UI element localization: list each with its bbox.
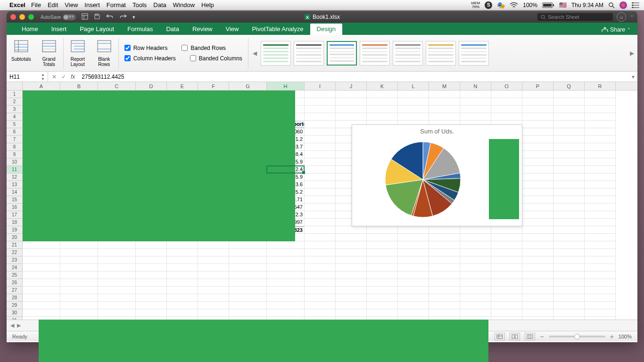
row-header-31[interactable]: 31 bbox=[7, 317, 23, 320]
cell-O3[interactable] bbox=[491, 106, 522, 113]
cell-M3[interactable] bbox=[429, 106, 460, 113]
row-header-2[interactable]: 2 bbox=[7, 98, 23, 106]
cell-H23[interactable] bbox=[267, 256, 305, 264]
cell-K2[interactable] bbox=[367, 98, 398, 106]
menu-window[interactable]: Window bbox=[173, 1, 195, 8]
cell-I1[interactable] bbox=[305, 90, 336, 98]
cell-I8[interactable] bbox=[305, 143, 336, 151]
row-header-9[interactable]: 9 bbox=[7, 151, 23, 158]
cell-Q24[interactable] bbox=[553, 264, 585, 272]
row-header-14[interactable]: 14 bbox=[7, 189, 23, 196]
cell-Q27[interactable] bbox=[553, 287, 585, 294]
menu-help[interactable]: Help bbox=[201, 1, 214, 8]
cell-I14[interactable] bbox=[305, 189, 336, 196]
cell-B24[interactable] bbox=[60, 264, 98, 272]
cell-C30[interactable] bbox=[98, 309, 136, 317]
cell-Q8[interactable] bbox=[553, 143, 585, 151]
cell-C25[interactable] bbox=[98, 272, 136, 279]
cell-E22[interactable] bbox=[167, 249, 198, 256]
cell-N27[interactable] bbox=[460, 287, 491, 294]
cell-P13[interactable] bbox=[522, 181, 553, 189]
cell-O28[interactable] bbox=[491, 294, 522, 302]
row-header-3[interactable]: 3 bbox=[7, 106, 23, 113]
siri-icon[interactable] bbox=[619, 1, 627, 9]
cell-P23[interactable] bbox=[522, 256, 553, 264]
col-header-I[interactable]: I bbox=[305, 82, 336, 90]
cell-K20[interactable] bbox=[367, 234, 398, 241]
cell-R13[interactable] bbox=[585, 181, 616, 189]
cell-J4[interactable] bbox=[336, 113, 367, 121]
cell-Q12[interactable] bbox=[553, 173, 585, 181]
cell-M2[interactable] bbox=[429, 98, 460, 106]
cell-N20[interactable] bbox=[460, 234, 491, 241]
cell-R30[interactable] bbox=[585, 309, 616, 317]
cell-R29[interactable] bbox=[585, 302, 616, 309]
zoom-in-button[interactable]: + bbox=[610, 333, 614, 340]
cell-K21[interactable] bbox=[367, 241, 398, 249]
row-header-30[interactable]: 30 bbox=[7, 309, 23, 317]
cell-O2[interactable] bbox=[491, 98, 522, 106]
cell-G26[interactable] bbox=[229, 279, 267, 287]
cell-P14[interactable] bbox=[522, 189, 553, 196]
cell-D28[interactable] bbox=[136, 294, 167, 302]
cell-J19[interactable] bbox=[336, 226, 367, 234]
cell-H28[interactable] bbox=[267, 294, 305, 302]
col-header-R[interactable]: R bbox=[585, 82, 616, 90]
cell-P25[interactable] bbox=[522, 272, 553, 279]
cell-M23[interactable] bbox=[429, 256, 460, 264]
cell-I6[interactable] bbox=[305, 128, 336, 136]
cell-J26[interactable] bbox=[336, 279, 367, 287]
cell-Q1[interactable] bbox=[553, 90, 585, 98]
cell-G27[interactable] bbox=[229, 287, 267, 294]
cell-M30[interactable] bbox=[429, 309, 460, 317]
cell-R19[interactable] bbox=[585, 226, 616, 234]
row-header-7[interactable]: 7 bbox=[7, 136, 23, 143]
cell-P1[interactable] bbox=[522, 90, 553, 98]
fullscreen-button[interactable] bbox=[28, 14, 34, 20]
row-header-16[interactable]: 16 bbox=[7, 204, 23, 211]
cell-K22[interactable] bbox=[367, 249, 398, 256]
autosave-toggle[interactable]: AutoSave OFF bbox=[41, 14, 76, 20]
cell-P11[interactable] bbox=[522, 166, 553, 173]
cell-C28[interactable] bbox=[98, 294, 136, 302]
cell-P7[interactable] bbox=[522, 136, 553, 143]
cell-J25[interactable] bbox=[336, 272, 367, 279]
search-sheet-input[interactable]: Search Sheet bbox=[537, 13, 613, 21]
report-layout-button[interactable]: Report Layout bbox=[65, 35, 91, 71]
cell-E21[interactable] bbox=[167, 241, 198, 249]
home-icon[interactable] bbox=[82, 13, 88, 21]
cell-Q26[interactable] bbox=[553, 279, 585, 287]
pivot-style-2[interactable] bbox=[327, 41, 357, 66]
cell-N28[interactable] bbox=[460, 294, 491, 302]
cell-L30[interactable] bbox=[398, 309, 429, 317]
cell-K3[interactable] bbox=[367, 106, 398, 113]
cell-R16[interactable] bbox=[585, 204, 616, 211]
col-header-L[interactable]: L bbox=[398, 82, 429, 90]
cell-G29[interactable] bbox=[229, 302, 267, 309]
cell-B27[interactable] bbox=[60, 287, 98, 294]
row-header-24[interactable]: 24 bbox=[7, 264, 23, 272]
cell-L4[interactable] bbox=[398, 113, 429, 121]
cell-D21[interactable] bbox=[136, 241, 167, 249]
cell-P4[interactable] bbox=[522, 113, 553, 121]
select-all-corner[interactable] bbox=[7, 82, 23, 90]
cell-M20[interactable] bbox=[429, 234, 460, 241]
cell-K4[interactable] bbox=[367, 113, 398, 121]
cell-I17[interactable] bbox=[305, 211, 336, 219]
cell-J20[interactable] bbox=[336, 234, 367, 241]
cell-D23[interactable] bbox=[136, 256, 167, 264]
cell-N4[interactable] bbox=[460, 113, 491, 121]
cell-B23[interactable] bbox=[60, 256, 98, 264]
cell-B29[interactable] bbox=[60, 302, 98, 309]
cell-P28[interactable] bbox=[522, 294, 553, 302]
col-header-P[interactable]: P bbox=[522, 82, 553, 90]
cell-L19[interactable] bbox=[398, 226, 429, 234]
cell-C23[interactable] bbox=[98, 256, 136, 264]
cell-R9[interactable] bbox=[585, 151, 616, 158]
cell-O23[interactable] bbox=[491, 256, 522, 264]
cell-I7[interactable] bbox=[305, 136, 336, 143]
col-header-N[interactable]: N bbox=[460, 82, 491, 90]
cell-A29[interactable] bbox=[23, 302, 60, 309]
cell-E30[interactable] bbox=[167, 309, 198, 317]
cell-R15[interactable] bbox=[585, 196, 616, 204]
